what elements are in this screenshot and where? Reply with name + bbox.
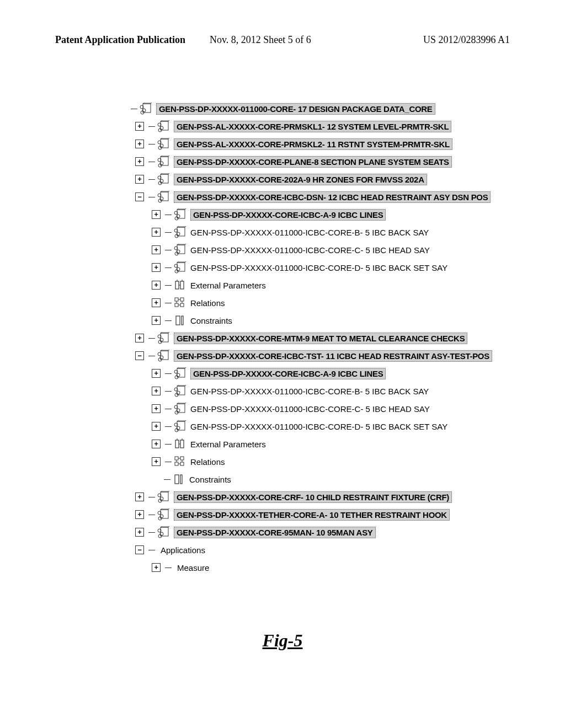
page-header: Patent Application Publication Nov. 8, 2…	[0, 34, 565, 46]
expander-icon[interactable]: −	[135, 351, 144, 360]
tree-node[interactable]: +Measure	[152, 559, 492, 576]
expander-icon[interactable]: +	[135, 510, 144, 519]
svg-rect-8	[161, 139, 168, 148]
expander-icon[interactable]: +	[152, 263, 161, 272]
assembly-icon	[174, 385, 187, 397]
expander-icon[interactable]: +	[152, 387, 161, 395]
svg-rect-0	[143, 104, 151, 113]
tree-node[interactable]: +Relations	[152, 295, 492, 311]
svg-rect-4	[161, 121, 168, 130]
tree-node[interactable]: +GEN-PSS-DP-XXXXX-011000-ICBC-CORE-D- 5 …	[152, 259, 492, 276]
tree-node[interactable]: +External Parameters	[152, 436, 492, 452]
expander-icon[interactable]: +	[152, 210, 161, 219]
tree-connector	[165, 320, 172, 321]
tree-node[interactable]: +GEN-PSS-DP-XXXXX-011000-ICBC-CORE-D- 5 …	[152, 418, 492, 435]
tree-node[interactable]: +GEN-PSS-DP-XXXXX-CORE-CRF- 10 CHILD RES…	[135, 489, 492, 505]
expander-icon[interactable]: +	[135, 334, 144, 342]
tree-node[interactable]: Constraints	[152, 471, 492, 488]
expander-icon[interactable]: +	[152, 404, 161, 413]
svg-rect-79	[175, 440, 179, 448]
tree-node[interactable]: GEN-PSS-DP-XXXXX-011000-CORE- 17 DESIGN …	[119, 100, 492, 117]
header-right: US 2012/0283996 A1	[423, 34, 510, 46]
expander-icon[interactable]: +	[152, 245, 161, 254]
expander-icon[interactable]: +	[135, 493, 144, 501]
expander-icon[interactable]: +	[152, 563, 161, 572]
tree-node[interactable]: +GEN-PSS-DP-XXXXX-CORE-MTM-9 MEAT TO MET…	[135, 330, 492, 346]
tree-node-label: External Parameters	[190, 440, 266, 449]
tree-node[interactable]: −GEN-PSS-DP-XXXXX-CORE-ICBC-TST- 11 ICBC…	[135, 347, 492, 364]
svg-rect-45	[175, 298, 178, 301]
svg-rect-67	[177, 386, 185, 395]
tree-connector	[148, 515, 155, 515]
assembly-icon	[174, 208, 187, 221]
expander-icon[interactable]: −	[135, 192, 144, 201]
constraints-icon	[174, 314, 187, 326]
assembly-icon	[157, 350, 170, 362]
tree-connector	[165, 232, 172, 233]
tree-node-label: GEN-PSS-DP-XXXXX-011000-ICBC-CORE-D- 5 I…	[190, 422, 447, 431]
tree-node[interactable]: +GEN-PSS-DP-XXXXX-CORE-202A-9 HR ZONES F…	[135, 171, 492, 188]
tree-node-label: GEN-PSS-DP-XXXXX-011000-ICBC-CORE-C- 5 I…	[190, 404, 430, 414]
tree-node[interactable]: +GEN-PSS-DP-XXXXX-CORE-ICBC-A-9 ICBC LIN…	[152, 365, 492, 382]
svg-rect-85	[180, 457, 184, 460]
expander-icon[interactable]: +	[135, 122, 144, 131]
assembly-icon	[157, 526, 170, 538]
tree-node-label: GEN-PSS-DP-XXXXX-011000-ICBC-CORE-B- 5 I…	[190, 228, 429, 237]
svg-rect-24	[177, 210, 185, 218]
assembly-icon	[157, 332, 170, 344]
tree-node[interactable]: +GEN-PSS-DP-XXXXX-CORE-95MAN- 10 95MAN A…	[135, 524, 492, 540]
tree-node[interactable]: +Constraints	[152, 312, 492, 329]
relations-icon	[174, 456, 187, 468]
expander-icon[interactable]: +	[152, 440, 161, 448]
expander-icon[interactable]: +	[135, 157, 144, 166]
svg-rect-98	[161, 510, 168, 518]
tree-connector	[148, 126, 155, 127]
assembly-icon	[157, 508, 170, 521]
expander-icon[interactable]: +	[135, 140, 144, 148]
tree-connector	[131, 109, 137, 109]
expander-icon[interactable]: +	[135, 528, 144, 537]
assembly-icon	[157, 156, 170, 168]
svg-rect-55	[161, 333, 168, 342]
svg-rect-80	[180, 440, 184, 448]
svg-rect-40	[175, 281, 179, 289]
expander-icon[interactable]: +	[152, 316, 161, 325]
expander-icon[interactable]: +	[152, 281, 161, 290]
tree-node[interactable]: −GEN-PSS-DP-XXXXX-CORE-ICBC-DSN- 12 ICBC…	[135, 189, 492, 205]
expander-icon[interactable]: −	[135, 545, 144, 554]
assembly-icon	[157, 138, 170, 150]
assembly-icon	[140, 103, 153, 115]
expander-icon[interactable]: +	[135, 175, 144, 184]
svg-rect-92	[175, 475, 179, 484]
expander-icon[interactable]: +	[152, 457, 161, 466]
model-tree: GEN-PSS-DP-XXXXX-011000-CORE- 17 DESIGN …	[119, 99, 492, 577]
tree-node-label: GEN-PSS-DP-XXXXX-CORE-CRF- 10 CHILD REST…	[174, 491, 452, 503]
tree-connector	[165, 250, 172, 250]
assembly-icon	[157, 173, 170, 185]
svg-rect-87	[180, 462, 184, 465]
expander-icon[interactable]: +	[152, 369, 161, 378]
tree-node[interactable]: +GEN-PSS-AL-XXXXX-CORE-PRMSKL2- 11 RSTNT…	[135, 136, 492, 152]
tree-node[interactable]: +GEN-PSS-DP-XXXXX-011000-ICBC-CORE-B- 5 …	[152, 383, 492, 399]
tree-node[interactable]: +GEN-PSS-DP-XXXXX-CORE-ICBC-A-9 ICBC LIN…	[152, 206, 492, 223]
tree-node-label: GEN-PSS-DP-XXXXX-011000-ICBC-CORE-D- 5 I…	[190, 263, 447, 272]
tree-node[interactable]: +GEN-PSS-DP-XXXXX-011000-ICBC-CORE-C- 5 …	[152, 400, 492, 417]
tree-node[interactable]: +Relations	[152, 453, 492, 470]
expander-icon[interactable]: +	[152, 422, 161, 431]
tree-node[interactable]: +GEN-PSS-AL-XXXXX-CORE-PRMSKL1- 12 SYSTE…	[135, 118, 492, 135]
svg-rect-12	[161, 157, 168, 165]
tree-node[interactable]: +GEN-PSS-DP-XXXXX-TETHER-CORE-A- 10 TETH…	[135, 506, 492, 523]
tree-node[interactable]: −Applications	[135, 542, 492, 558]
expander-icon[interactable]: +	[152, 298, 161, 307]
tree-node[interactable]: +External Parameters	[152, 277, 492, 293]
tree-node-label: External Parameters	[190, 281, 266, 290]
expander-icon[interactable]: +	[152, 228, 161, 237]
tree-connector	[165, 373, 172, 374]
svg-rect-71	[177, 404, 185, 413]
tree-node[interactable]: +GEN-PSS-DP-XXXXX-CORE-PLANE-8 SECTION P…	[135, 153, 492, 170]
tree-node[interactable]: +GEN-PSS-DP-XXXXX-011000-ICBC-CORE-B- 5 …	[152, 224, 492, 240]
svg-rect-102	[161, 527, 168, 536]
svg-rect-59	[161, 351, 168, 360]
tree-node[interactable]: +GEN-PSS-DP-XXXXX-011000-ICBC-CORE-C- 5 …	[152, 242, 492, 258]
tree-node-label: Relations	[190, 457, 225, 467]
